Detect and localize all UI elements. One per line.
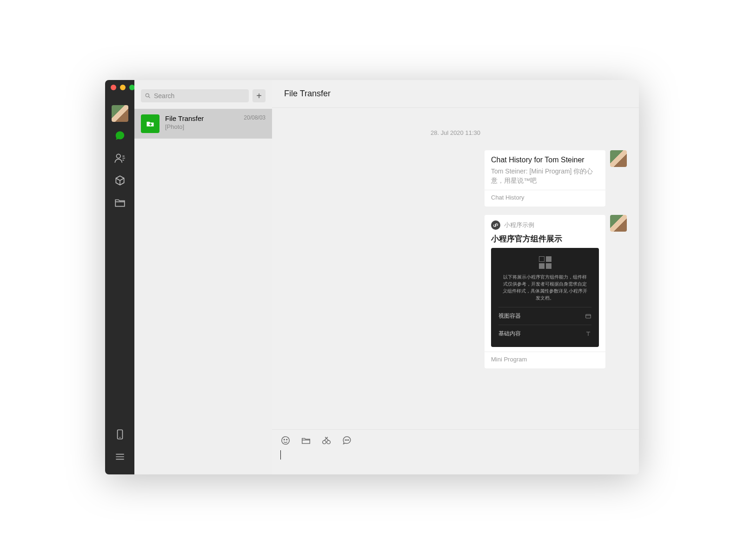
more-messages-icon[interactable] [342, 435, 352, 446]
timestamp-chip: 28. Jul 2020 11:30 [284, 129, 627, 136]
chat-title: File Transfer [284, 89, 331, 99]
mini-program-name: 小程序示例 [504, 221, 534, 229]
contacts-tab[interactable] [112, 150, 128, 167]
svg-point-4 [282, 437, 290, 445]
card-title: Chat History for Tom Steiner [491, 156, 599, 164]
mini-program-preview: 以下将展示小程序官方组件能力，组件样式仅供参考，开发者可根据自身需求自定义组件样… [491, 248, 599, 347]
window-controls [105, 85, 135, 90]
search-placeholder: Search [154, 92, 174, 100]
close-window-button[interactable] [111, 85, 116, 90]
message: Chat History for Tom Steiner Tom Steiner… [284, 150, 627, 207]
folder-icon [114, 197, 126, 209]
menu-button[interactable] [112, 448, 128, 465]
svg-point-11 [348, 440, 348, 440]
message-avatar[interactable] [610, 215, 627, 232]
compose-toolbar [280, 435, 631, 446]
mini-program-row[interactable]: 基础内容 [498, 325, 591, 342]
chat-history-card[interactable]: Chat History for Tom Steiner Tom Steiner… [485, 150, 605, 207]
contacts-icon [114, 152, 126, 164]
search-input[interactable]: Search [141, 89, 249, 102]
svg-point-5 [284, 439, 285, 440]
folder-arrow-icon [146, 119, 155, 128]
card-body: Tom Steiner: [Mini Program] 你的心意，用星说™吧 [491, 167, 599, 185]
conversation-title: File Transfer [165, 114, 238, 122]
mini-program-card[interactable]: 小程序示例 小程序官方组件展示 以下将展示小程序官方组件能力，组件样式仅供参考，… [485, 215, 605, 368]
mini-program-badge-icon [491, 220, 500, 230]
components-grid-icon [498, 256, 591, 269]
svg-point-7 [323, 440, 326, 444]
cube-icon [114, 174, 126, 187]
message: 小程序示例 小程序官方组件展示 以下将展示小程序官方组件能力，组件样式仅供参考，… [284, 215, 627, 368]
compose-input[interactable] [280, 450, 281, 460]
card-footer: Mini Program [491, 356, 599, 363]
svg-point-9 [345, 440, 345, 440]
conversation-date: 20/08/03 [244, 114, 266, 133]
chat-pane: File Transfer 28. Jul 2020 11:30 Chat Hi… [272, 80, 639, 474]
favorites-tab[interactable] [112, 172, 128, 189]
files-tab[interactable] [112, 194, 128, 211]
conversation-list-header: Search + [134, 80, 272, 109]
conversation-list-pane: Search + File Transfer [Photo] 20/08/03 [134, 80, 272, 474]
container-icon [585, 313, 591, 320]
attach-file-icon[interactable] [301, 435, 311, 446]
chats-tab[interactable] [112, 127, 128, 144]
new-chat-button[interactable]: + [252, 89, 266, 102]
card-footer: Chat History [491, 194, 599, 201]
user-avatar[interactable] [112, 105, 128, 122]
svg-rect-3 [586, 314, 591, 318]
text-icon [585, 331, 591, 337]
minimize-window-button[interactable] [120, 85, 126, 90]
search-icon [145, 93, 151, 99]
mini-program-title: 小程序官方组件展示 [491, 233, 599, 244]
compose-area [272, 429, 639, 474]
svg-point-6 [286, 439, 287, 440]
main-nav [105, 80, 134, 474]
file-transfer-avatar [141, 114, 159, 133]
conversation-item[interactable]: File Transfer [Photo] 20/08/03 [134, 109, 272, 139]
conversation-preview: [Photo] [165, 123, 238, 130]
screenshot-icon[interactable] [321, 435, 332, 446]
app-window: Search + File Transfer [Photo] 20/08/03 … [105, 80, 639, 474]
message-avatar[interactable] [610, 150, 627, 167]
mini-program-description: 以下将展示小程序官方组件能力，组件样式仅供参考，开发者可根据自身需求自定义组件样… [498, 273, 591, 301]
chat-bubble-icon [114, 130, 126, 142]
svg-point-8 [327, 440, 330, 444]
hamburger-icon [114, 451, 126, 463]
svg-point-0 [116, 154, 120, 158]
emoji-icon[interactable] [280, 435, 291, 446]
svg-point-10 [346, 440, 347, 440]
mini-program-row[interactable]: 视图容器 [498, 307, 591, 325]
message-list[interactable]: 28. Jul 2020 11:30 Chat History for Tom … [272, 108, 639, 429]
phone-tab[interactable] [112, 426, 128, 443]
chat-header: File Transfer [272, 80, 639, 108]
mobile-icon [114, 428, 126, 440]
svg-point-2 [146, 93, 149, 97]
